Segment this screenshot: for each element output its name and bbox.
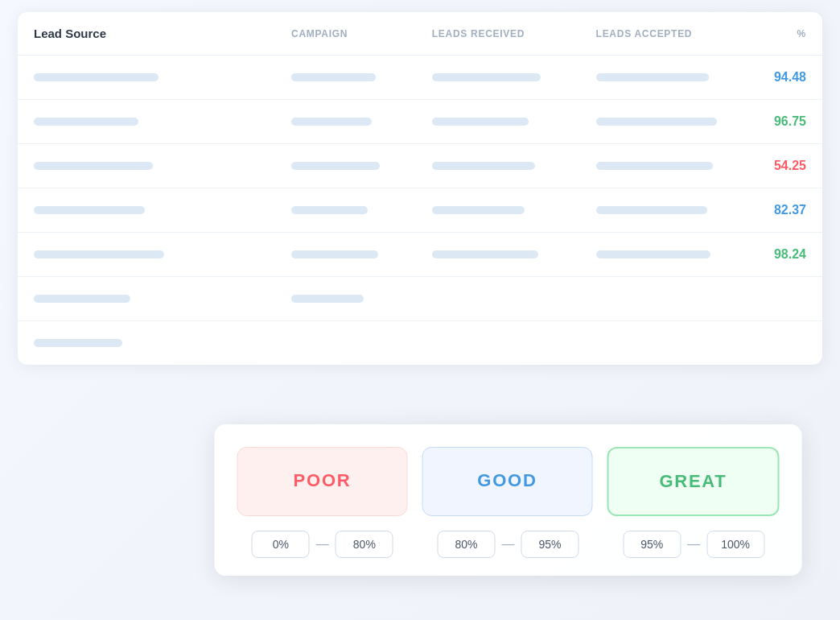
range-group-poor: — bbox=[237, 531, 409, 558]
table-row bbox=[18, 321, 822, 366]
cell-leads-received bbox=[416, 277, 580, 321]
cell-leads-accepted bbox=[580, 277, 758, 321]
good-range-max[interactable] bbox=[521, 531, 579, 558]
legend-label-great: GREAT bbox=[659, 471, 727, 491]
main-container: Lead Source CAMPAIGN LEADS RECEIVED LEAD… bbox=[0, 0, 840, 620]
legend-label-good: GOOD bbox=[477, 470, 537, 490]
cell-lead-source bbox=[18, 321, 275, 366]
cell-leads-received bbox=[416, 233, 580, 277]
table-row: 54.25 bbox=[18, 144, 822, 188]
great-range-min[interactable] bbox=[623, 531, 681, 558]
cell-campaign bbox=[275, 277, 416, 321]
cell-lead-source bbox=[18, 56, 275, 100]
cell-campaign bbox=[275, 100, 416, 144]
range-group-good: — bbox=[422, 531, 594, 558]
cell-percent bbox=[758, 321, 822, 366]
cell-campaign bbox=[275, 321, 416, 366]
legend-card-poor: POOR bbox=[237, 447, 408, 516]
cell-campaign bbox=[275, 233, 416, 277]
good-range-min[interactable] bbox=[438, 531, 496, 558]
range-dash-poor: — bbox=[316, 537, 329, 552]
cell-leads-accepted bbox=[580, 188, 758, 233]
table-card: Lead Source CAMPAIGN LEADS RECEIVED LEAD… bbox=[18, 12, 822, 365]
cell-percent bbox=[758, 277, 822, 321]
table-row: 82.37 bbox=[18, 188, 822, 233]
cell-lead-source bbox=[18, 144, 275, 188]
poor-range-max[interactable] bbox=[336, 531, 393, 558]
col-campaign: CAMPAIGN bbox=[275, 12, 416, 56]
cell-leads-accepted bbox=[580, 233, 758, 277]
cell-leads-received bbox=[416, 100, 580, 144]
legend-label-poor: POOR bbox=[294, 470, 352, 490]
cell-campaign bbox=[275, 144, 416, 188]
cell-percent: 98.24 bbox=[758, 233, 822, 277]
legend-ranges: — — — bbox=[237, 531, 780, 558]
cell-percent: 96.75 bbox=[758, 100, 822, 144]
cell-leads-accepted bbox=[580, 144, 758, 188]
col-leads-received: LEADS RECEIVED bbox=[416, 12, 580, 56]
cell-leads-accepted bbox=[580, 56, 758, 100]
cell-percent: 82.37 bbox=[758, 188, 822, 233]
range-dash-good: — bbox=[502, 537, 515, 552]
great-range-max[interactable] bbox=[706, 531, 764, 558]
cell-percent: 54.25 bbox=[758, 144, 822, 188]
legend-cards: POOR GOOD GREAT bbox=[237, 447, 780, 516]
cell-lead-source bbox=[18, 233, 275, 277]
table-header-row: Lead Source CAMPAIGN LEADS RECEIVED LEAD… bbox=[18, 12, 822, 56]
col-lead-source: Lead Source bbox=[18, 12, 275, 56]
table-row: 96.75 bbox=[18, 100, 822, 144]
legend-card-good: GOOD bbox=[422, 447, 593, 516]
col-leads-accepted: LEADS ACCEPTED bbox=[580, 12, 758, 56]
cell-leads-received bbox=[416, 144, 580, 188]
col-percent: % bbox=[758, 12, 822, 56]
cell-leads-received bbox=[416, 56, 580, 100]
range-group-great: — bbox=[608, 531, 780, 558]
range-dash-great: — bbox=[687, 537, 700, 552]
cell-campaign bbox=[275, 56, 416, 100]
cell-lead-source bbox=[18, 100, 275, 144]
cell-lead-source bbox=[18, 277, 275, 321]
data-table: Lead Source CAMPAIGN LEADS RECEIVED LEAD… bbox=[18, 12, 822, 365]
cell-leads-received bbox=[416, 188, 580, 233]
legend-overlay: POOR GOOD GREAT — — bbox=[215, 424, 802, 576]
legend-card-great: GREAT bbox=[607, 447, 780, 516]
cell-percent: 94.48 bbox=[758, 56, 822, 100]
table-row: 94.48 bbox=[18, 56, 822, 100]
table-row: 98.24 bbox=[18, 233, 822, 277]
cell-leads-accepted bbox=[580, 100, 758, 144]
cell-lead-source bbox=[18, 188, 275, 233]
cell-leads-accepted bbox=[580, 321, 758, 366]
cell-leads-received bbox=[416, 321, 580, 366]
table-row bbox=[18, 277, 822, 321]
cell-campaign bbox=[275, 188, 416, 233]
poor-range-min[interactable] bbox=[252, 531, 310, 558]
